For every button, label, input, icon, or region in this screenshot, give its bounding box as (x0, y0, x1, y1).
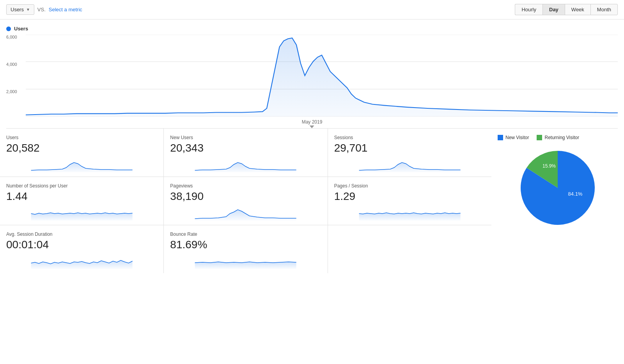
metric-bounce-rate: Bounce Rate 81.69% (164, 225, 328, 273)
x-axis-label: May 2019 (302, 119, 323, 128)
y-label-2000: 2,000 (6, 89, 26, 94)
time-btn-week[interactable]: Week (565, 4, 590, 15)
vs-text: VS. (37, 7, 46, 12)
time-btn-month[interactable]: Month (590, 4, 618, 15)
metric-pageviews-title: Pageviews (170, 183, 321, 189)
metric-bounce-rate-value: 81.69% (170, 239, 321, 251)
pie-section: New Visitor Returning Visitor (491, 129, 624, 273)
y-label-6000: 6,000 (6, 35, 26, 39)
metric-sessions-per-user: Number of Sessions per User 1.44 (0, 177, 164, 225)
metric-sessions-per-user-sparkline (6, 205, 157, 221)
pie-label-blue: 84.1% (568, 191, 583, 197)
metric-pageviews-value: 38,190 (170, 190, 321, 203)
y-label-4000: 4,000 (6, 62, 26, 67)
metric-bounce-rate-title: Bounce Rate (170, 231, 321, 237)
metric-pages-per-session: Pages / Session 1.29 (328, 177, 491, 225)
metric-pages-per-session-sparkline (334, 205, 485, 221)
pie-chart: 84.1% 15.9% (515, 145, 601, 231)
metrics-row-1: Users 20,582 New Users 20,343 Sessions (0, 129, 491, 177)
dropdown-arrow-icon: ▼ (26, 7, 30, 12)
metric-avg-session: Avg. Session Duration 00:01:04 (0, 225, 164, 273)
returning-visitor-color-box (537, 135, 542, 140)
time-btn-day[interactable]: Day (542, 4, 565, 15)
left-controls: Users ▼ VS. Select a metric (6, 4, 82, 15)
metric-sessions: Sessions 29,701 (328, 129, 491, 177)
metric-sessions-title: Sessions (334, 135, 485, 140)
pie-legend-returning-visitor: Returning Visitor (537, 135, 579, 140)
pie-label-green: 15.9% (542, 163, 556, 169)
chart-area: Users 6,000 4,000 2,000 (0, 19, 624, 128)
metrics-left: Users 20,582 New Users 20,343 Sessions (0, 129, 491, 273)
metric-label: Users (11, 7, 24, 12)
metric-sessions-value: 29,701 (334, 142, 485, 154)
metric-pages-per-session-title: Pages / Session (334, 183, 485, 189)
metric-new-users-sparkline (170, 157, 321, 172)
users-legend-dot (6, 27, 11, 31)
metric-pageviews-sparkline (170, 205, 321, 221)
top-bar: Users ▼ VS. Select a metric Hourly Day W… (0, 0, 624, 19)
pie-legend: New Visitor Returning Visitor (498, 135, 579, 140)
new-visitor-color-box (498, 135, 503, 140)
chart-legend-label: Users (14, 26, 28, 32)
chart-container: 6,000 4,000 2,000 (6, 35, 618, 128)
metric-avg-session-value: 00:01:04 (6, 239, 157, 251)
y-axis-labels: 6,000 4,000 2,000 (6, 35, 26, 117)
metric-users: Users 20,582 (0, 129, 164, 177)
time-buttons-group: Hourly Day Week Month (515, 4, 618, 15)
chart-svg (26, 35, 618, 117)
metric-avg-session-sparkline (6, 253, 157, 269)
pie-chart-svg: 84.1% 15.9% (515, 145, 601, 231)
metric-sessions-per-user-value: 1.44 (6, 190, 157, 203)
metrics-row-3: Avg. Session Duration 00:01:04 Bounce Ra… (0, 225, 491, 273)
metrics-row-2: Number of Sessions per User 1.44 Pagevie… (0, 177, 491, 225)
metric-pageviews: Pageviews 38,190 (164, 177, 328, 225)
metrics-section: Users 20,582 New Users 20,343 Sessions (0, 129, 624, 273)
metric-avg-session-title: Avg. Session Duration (6, 231, 157, 237)
pie-legend-new-visitor-label: New Visitor (505, 135, 529, 140)
pie-legend-new-visitor: New Visitor (498, 135, 529, 140)
metric-new-users-title: New Users (170, 135, 321, 140)
metric-users-sparkline (6, 157, 157, 172)
metric-new-users: New Users 20,343 (164, 129, 328, 177)
metric-pages-per-session-value: 1.29 (334, 190, 485, 203)
metric-sessions-per-user-title: Number of Sessions per User (6, 183, 157, 189)
time-btn-hourly[interactable]: Hourly (515, 4, 542, 15)
metric-users-title: Users (6, 135, 157, 140)
metric-bounce-rate-sparkline (170, 253, 321, 269)
select-metric-link[interactable]: Select a metric (49, 7, 82, 12)
x-axis-arrow-icon (310, 125, 314, 128)
metric-new-users-value: 20,343 (170, 142, 321, 154)
metric-users-value: 20,582 (6, 142, 157, 154)
pie-legend-returning-visitor-label: Returning Visitor (544, 135, 579, 140)
chart-legend: Users (6, 26, 618, 32)
metric-sessions-sparkline (334, 157, 485, 172)
metric-dropdown[interactable]: Users ▼ (6, 4, 34, 15)
